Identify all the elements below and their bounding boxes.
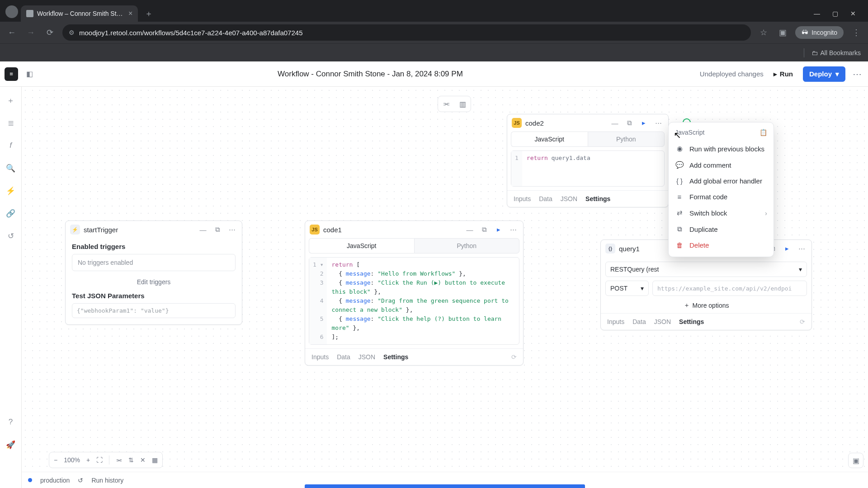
tab-json[interactable]: JSON: [654, 318, 671, 325]
node-more-icon[interactable]: ⋯: [508, 225, 519, 234]
minimize-node-icon[interactable]: —: [198, 226, 208, 234]
tab-data[interactable]: Data: [632, 318, 646, 325]
close-tab-icon[interactable]: ×: [128, 9, 132, 18]
header-more-icon[interactable]: ⋯: [851, 69, 863, 80]
panel-icon[interactable]: ▣: [776, 26, 789, 39]
tab-json[interactable]: JSON: [359, 353, 375, 361]
tab-json[interactable]: JSON: [561, 195, 577, 202]
node-code1[interactable]: JS code1 — ⧉ ▸ ⋯ JavaScript Python: [305, 221, 524, 366]
bookmark-star-icon[interactable]: ☆: [757, 26, 770, 39]
rocket-icon[interactable]: 🚀: [5, 438, 17, 451]
deploy-button[interactable]: Deploy ▾: [803, 66, 845, 82]
address-bar[interactable]: ⚙ moodjoy1.retool.com/workflows/5d4c1ce7…: [62, 24, 751, 41]
list-icon[interactable]: ≣: [5, 117, 17, 129]
tab-python[interactable]: Python: [588, 131, 665, 147]
url-input[interactable]: https://example_site.com/api/v2/endpoi: [652, 281, 807, 296]
list-view-icon[interactable]: ▥: [456, 100, 469, 108]
close-window-icon[interactable]: ✕: [848, 10, 858, 17]
refresh-icon[interactable]: ⟳: [511, 353, 517, 361]
ctx-global-error[interactable]: { }Add global error handler: [669, 173, 774, 189]
all-bookmarks-button[interactable]: 🗀 All Bookmarks: [811, 49, 861, 56]
node-more-icon[interactable]: ⋯: [653, 119, 664, 127]
tab-title: Workflow – Connor Smith Sto…: [37, 10, 123, 17]
grid-icon[interactable]: ▦: [152, 456, 158, 464]
code-editor[interactable]: 1 return query1.data: [511, 150, 665, 187]
run-node-icon[interactable]: ▸: [638, 119, 649, 127]
maximize-icon[interactable]: ▢: [830, 10, 840, 17]
tab-settings[interactable]: Settings: [679, 318, 704, 325]
node-code2[interactable]: JS code2 — ⧉ ▸ ⋯ JavaScript Python 1: [507, 114, 669, 207]
tab-inputs[interactable]: Inputs: [607, 318, 624, 325]
toggle-panel-icon[interactable]: ◧: [23, 67, 36, 81]
search-icon[interactable]: 🔍: [5, 162, 17, 174]
tab-data[interactable]: Data: [337, 353, 350, 361]
more-options-button[interactable]: ＋ More options: [605, 296, 807, 313]
browser-tab[interactable]: Workflow – Connor Smith Sto… ×: [21, 5, 138, 22]
node-footer-tabs: Inputs Data JSON Settings ⟳: [601, 313, 811, 330]
link-icon[interactable]: 🔗: [5, 207, 17, 220]
tab-javascript[interactable]: JavaScript: [309, 238, 414, 253]
method-select[interactable]: POST ▾: [605, 281, 649, 296]
help-icon[interactable]: ?: [5, 416, 17, 428]
node-more-icon[interactable]: ⋯: [226, 225, 237, 234]
node-footer-tabs: Inputs Data JSON Settings ⟳: [305, 348, 523, 365]
clipboard-icon[interactable]: 📋: [760, 129, 767, 136]
run-node-icon[interactable]: ▸: [493, 225, 504, 234]
function-icon[interactable]: f: [5, 139, 17, 152]
edit-triggers-button[interactable]: Edit triggers: [72, 276, 236, 292]
browser-menu-icon[interactable]: ⋮: [850, 26, 863, 39]
minimap-toggle-icon[interactable]: ▣: [848, 453, 863, 468]
code-editor[interactable]: 1 ▾ 2 3 4 5 6 return [ { message: "Hello…: [309, 257, 519, 345]
back-icon[interactable]: ←: [5, 26, 18, 39]
ctx-switch-block[interactable]: ⇄Switch block›: [669, 205, 774, 221]
history-icon[interactable]: ↺: [5, 230, 17, 242]
new-tab-button[interactable]: ＋: [142, 7, 155, 20]
refresh-icon[interactable]: ⟳: [800, 318, 805, 325]
node-more-icon[interactable]: ⋯: [796, 244, 807, 253]
zoom-in-button[interactable]: +: [86, 456, 90, 464]
close-panel-icon[interactable]: ✕: [140, 456, 146, 464]
ctx-duplicate[interactable]: ⧉Duplicate: [669, 221, 774, 237]
tab-inputs[interactable]: Inputs: [514, 195, 531, 202]
tab-data[interactable]: Data: [539, 195, 552, 202]
run-history-button[interactable]: Run history: [91, 477, 123, 484]
ctx-add-comment[interactable]: 💬Add comment: [669, 157, 774, 173]
ctx-delete[interactable]: 🗑Delete: [669, 237, 774, 253]
minimize-node-icon[interactable]: —: [464, 226, 475, 234]
copy-node-icon[interactable]: ⧉: [624, 119, 635, 127]
tab-settings[interactable]: Settings: [383, 353, 408, 361]
tab-javascript[interactable]: JavaScript: [511, 131, 588, 147]
node-start-trigger[interactable]: ⚡ startTrigger — ⧉ ⋯ Enabled triggers No…: [65, 221, 242, 325]
view-mode-toggle[interactable]: ⫘ ▥: [438, 96, 471, 112]
profile-avatar-icon[interactable]: [5, 5, 18, 18]
canvas[interactable]: ⫘ ▥ ⚡ startTrigger — ⧉ ⋯ Enabled trigger…: [22, 87, 868, 488]
bolt-icon[interactable]: ⚡: [5, 184, 17, 197]
run-button[interactable]: ▸ Run: [769, 67, 797, 81]
resource-select[interactable]: RESTQuery (rest ▾: [605, 262, 807, 277]
ctx-run-previous[interactable]: ◉Run with previous blocks: [669, 141, 774, 157]
forward-icon[interactable]: →: [24, 26, 37, 39]
sort-icon[interactable]: ⇅: [128, 456, 134, 464]
test-params-input[interactable]: {"webhookParam1": "value"}: [72, 303, 236, 318]
layout-icon[interactable]: ⫘: [116, 456, 122, 464]
tab-inputs[interactable]: Inputs: [311, 353, 329, 361]
line-number: 1: [515, 154, 519, 163]
tab-python[interactable]: Python: [414, 238, 520, 253]
zoom-out-button[interactable]: −: [54, 456, 57, 464]
reload-icon[interactable]: ⟳: [43, 26, 56, 39]
fit-screen-icon[interactable]: ⛶: [96, 456, 103, 464]
run-node-icon[interactable]: ▸: [782, 244, 793, 253]
duplicate-icon: ⧉: [675, 225, 684, 233]
minimize-node-icon[interactable]: —: [609, 119, 620, 127]
site-settings-icon[interactable]: ⚙: [69, 29, 75, 36]
copy-node-icon[interactable]: ⧉: [212, 225, 223, 234]
copy-node-icon[interactable]: ⧉: [479, 225, 490, 234]
ctx-format-code[interactable]: ≡Format code: [669, 189, 774, 205]
env-label[interactable]: production: [40, 477, 70, 484]
retool-logo-icon[interactable]: ≡: [5, 67, 18, 81]
tab-settings[interactable]: Settings: [585, 195, 610, 202]
minimize-icon[interactable]: —: [812, 10, 822, 17]
add-block-icon[interactable]: ＋: [5, 94, 17, 107]
status-bar: production ↺ Run history: [22, 472, 868, 488]
graph-view-icon[interactable]: ⫘: [439, 100, 453, 108]
